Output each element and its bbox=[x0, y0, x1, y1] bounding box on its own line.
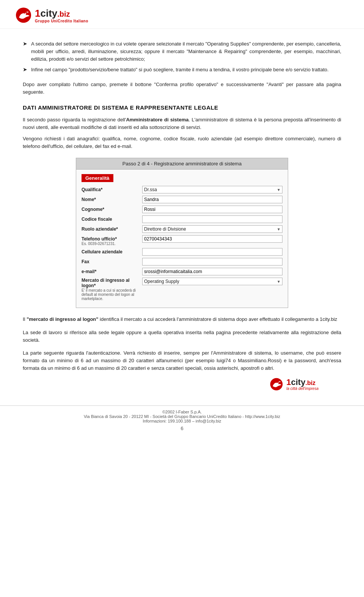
dropdown-arrow-icon-ruolo: ▼ bbox=[277, 227, 281, 231]
form-control-nome[interactable] bbox=[142, 196, 282, 203]
form-row-email: e-mail* bbox=[82, 268, 282, 275]
dropdown-arrow-icon-market: ▼ bbox=[277, 280, 281, 284]
footer-logo-bird-icon bbox=[270, 377, 283, 391]
bullet-arrow-icon: ➤ bbox=[23, 41, 27, 47]
bullet-arrow-icon-2: ➤ bbox=[23, 66, 27, 72]
form-label-qualifica: Qualifica* bbox=[82, 186, 142, 192]
logo-subtitle: Gruppo UniCredito Italiano bbox=[35, 19, 88, 23]
form-select-ruolo[interactable]: Direttore di Divisione ▼ bbox=[142, 225, 282, 233]
svg-point-3 bbox=[278, 382, 279, 383]
logo-container: 1city.biz Gruppo UniCredito Italiano bbox=[15, 7, 88, 25]
form-row-fax: Fax bbox=[82, 258, 282, 266]
form-title-bar: Passo 2 di 4 - Registrazione amministrat… bbox=[76, 158, 288, 170]
section-intro-2: Vengono richiesti i dati anagrafici: qua… bbox=[23, 135, 341, 150]
form-control-cognome[interactable] bbox=[142, 206, 282, 213]
form-select-market[interactable]: Operating Supply ▼ bbox=[142, 278, 282, 285]
form-inner: Generalità Qualifica* Dr.ssa ▼ bbox=[76, 170, 288, 308]
form-control-market[interactable]: Operating Supply ▼ bbox=[142, 278, 282, 285]
footer-page: 6 bbox=[8, 426, 356, 431]
bullet-text-1: A seconda del settore merceologico in cu… bbox=[31, 40, 341, 63]
form-control-ruolo[interactable]: Direttore di Divisione ▼ bbox=[142, 225, 282, 233]
form-label-cellulare: Cellulare aziendale bbox=[82, 248, 142, 255]
header: 1city.biz Gruppo UniCredito Italiano bbox=[0, 0, 364, 29]
dropdown-arrow-icon: ▼ bbox=[277, 188, 281, 192]
form-row-telefono: Telefono ufficio* Es. 0039-02671231. bbox=[82, 235, 282, 246]
footer-address: Via Bianca di Savoia 20 - 20122 MI - Soc… bbox=[8, 414, 356, 419]
form-input-cellulare[interactable] bbox=[142, 248, 282, 256]
form-control-cellulare[interactable] bbox=[142, 248, 282, 256]
footer-logo-text-block: 1city.biz la città dell'impresa bbox=[286, 378, 318, 391]
footer-logo-row: 1city.biz la città dell'impresa bbox=[23, 377, 341, 391]
form-select-qualifica[interactable]: Dr.ssa ▼ bbox=[142, 186, 282, 193]
bottom-text-2: La sede di lavoro si riferisce alla sede… bbox=[23, 329, 341, 344]
form-input-telefono[interactable] bbox=[142, 235, 282, 243]
logo-bird-icon bbox=[15, 7, 32, 25]
form-row-cellulare: Cellulare aziendale bbox=[82, 248, 282, 256]
form-label-cf: Codice fiscale bbox=[82, 215, 142, 222]
market-value-text: Operating Supply bbox=[144, 279, 179, 284]
form-input-email[interactable] bbox=[142, 268, 282, 275]
footer-logo: 1city.biz la città dell'impresa bbox=[270, 377, 318, 391]
form-container: Passo 2 di 4 - Registrazione amministrat… bbox=[76, 158, 288, 308]
bullet-item-1: ➤ A seconda del settore merceologico in … bbox=[23, 40, 341, 63]
logo-row: 1city.biz Gruppo UniCredito Italiano bbox=[15, 7, 88, 25]
form-control-telefono[interactable] bbox=[142, 235, 282, 243]
bold-mercato: "mercato di ingresso al logon" bbox=[27, 316, 98, 322]
form-row-cf: Codice fiscale bbox=[82, 215, 282, 223]
bottom-text-1: Il "mercato di ingresso al logon" identi… bbox=[23, 316, 341, 323]
bullet-item-2: ➤ Infine nel campo "prodotto/servizio/be… bbox=[23, 66, 341, 74]
form-label-cognome: Cognome* bbox=[82, 206, 142, 212]
form-control-fax[interactable] bbox=[142, 258, 282, 266]
bullet-section: ➤ A seconda del settore merceologico in … bbox=[23, 40, 341, 74]
form-input-cognome[interactable] bbox=[142, 206, 282, 213]
form-market-note: E' il mercato a cui si accederà di defau… bbox=[82, 288, 142, 301]
form-input-cf[interactable] bbox=[142, 215, 282, 223]
form-row-cognome: Cognome* bbox=[82, 206, 282, 213]
form-row-market: Mercato di ingresso al logon* E' il merc… bbox=[82, 278, 282, 301]
form-row-qualifica: Qualifica* Dr.ssa ▼ bbox=[82, 186, 282, 193]
footer-copy: ©2002 I-Faber S.p.A. bbox=[8, 410, 356, 414]
logo-text: 1city.biz Gruppo UniCredito Italiano bbox=[35, 8, 88, 23]
main-content: ➤ A seconda del settore merceologico in … bbox=[0, 29, 364, 402]
after-bullets-text: Dopo aver compilato l'ultimo campo, prem… bbox=[23, 81, 341, 96]
bullet-text-2: Infine nel campo "prodotto/servizio/bene… bbox=[31, 66, 329, 74]
footer-info: Informazioni: 199.100.188 – info@1city.b… bbox=[8, 419, 356, 423]
page-wrapper: 1city.biz Gruppo UniCredito Italiano ➤ A… bbox=[0, 0, 364, 435]
form-label-telefono: Telefono ufficio* Es. 0039-02671231. bbox=[82, 235, 142, 246]
form-control-qualifica[interactable]: Dr.ssa ▼ bbox=[142, 186, 282, 193]
form-label-nome: Nome* bbox=[82, 196, 142, 202]
form-label-email: e-mail* bbox=[82, 268, 142, 274]
section-heading: DATI AMMINISTRATORE DI SISTEMA E RAPPRES… bbox=[23, 104, 341, 111]
form-row-nome: Nome* bbox=[82, 196, 282, 203]
form-section-label: Generalità bbox=[82, 174, 282, 186]
form-label-note-telefono: Es. 0039-02671231. bbox=[82, 242, 142, 246]
footer-logo-subtitle: la città dell'impresa bbox=[286, 386, 318, 391]
form-row-ruolo: Ruolo aziendale* Direttore di Divisione … bbox=[82, 225, 282, 233]
form-label-ruolo: Ruolo aziendale* bbox=[82, 225, 142, 232]
form-label-fax: Fax bbox=[82, 258, 142, 264]
form-control-cf[interactable] bbox=[142, 215, 282, 223]
svg-point-1 bbox=[26, 12, 27, 14]
form-input-nome[interactable] bbox=[142, 196, 282, 203]
form-control-email[interactable] bbox=[142, 268, 282, 275]
section-intro-1: Il secondo passo riguarda la registrazio… bbox=[23, 116, 341, 131]
form-input-fax[interactable] bbox=[142, 258, 282, 266]
form-market-label: Mercato di ingresso al logon* E' il merc… bbox=[82, 278, 142, 301]
footer: ©2002 I-Faber S.p.A. Via Bianca di Savoi… bbox=[0, 405, 364, 435]
bottom-text-3: La parte seguente riguarda l'autenticazi… bbox=[23, 349, 341, 372]
